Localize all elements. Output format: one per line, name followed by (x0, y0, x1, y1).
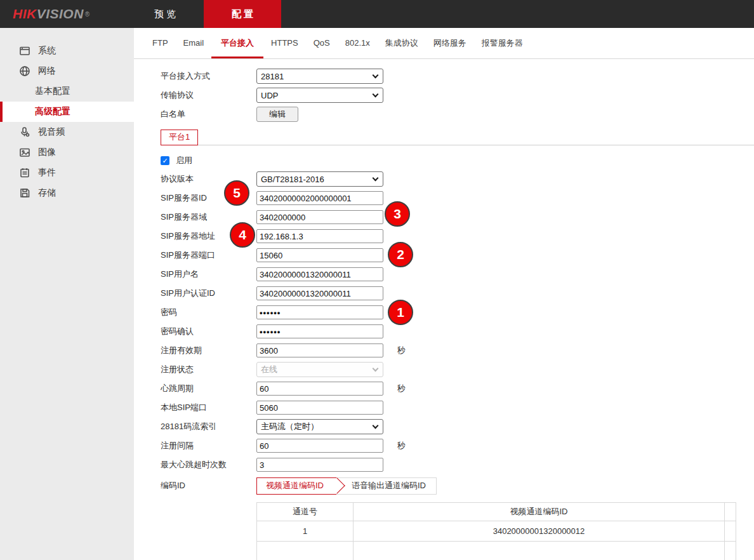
stream-index-label: 28181码流索引 (161, 421, 256, 432)
logo-hik: HIK (13, 6, 37, 22)
tab-audio-output-channel-encoding-id[interactable]: 语音输出通道编码ID (341, 478, 436, 494)
chevron-down-icon (373, 366, 379, 372)
stream-index-value: 主码流（定时） (261, 421, 319, 432)
seconds-unit: 秒 (397, 345, 406, 356)
max-heartbeat-timeout-label: 最大心跳超时次数 (161, 459, 256, 470)
sip-username-input[interactable] (256, 267, 383, 281)
sidebar-item-label: 高级配置 (35, 106, 70, 117)
tab-video-channel-encoding-id[interactable]: 视频通道编码ID (256, 477, 336, 495)
tab-network-service[interactable]: 网络服务 (426, 28, 474, 58)
empty-cell (725, 542, 736, 560)
protocol-version-select[interactable]: GB/T28181-2016 (256, 171, 383, 187)
sidebar-item-network[interactable]: 网络 (0, 61, 134, 81)
chevron-down-icon (373, 423, 379, 429)
video-encoding-id-cell (354, 542, 725, 560)
image-icon (19, 147, 30, 158)
sidebar-item-event[interactable]: 事件 (0, 163, 134, 183)
tab-label: 语音输出通道编码ID (352, 480, 426, 491)
platform-access-form: 平台接入方式 28181 传输协议 UDP 白名单 编辑 (134, 59, 754, 560)
video-encoding-id-cell: 34020000001320000012 (354, 521, 725, 542)
tab-integration-protocol[interactable]: 集成协议 (378, 28, 426, 58)
sidebar-item-advanced-config[interactable]: 高级配置 (0, 102, 134, 122)
register-interval-label: 注册间隔 (161, 440, 256, 451)
tab-8021x[interactable]: 802.1x (338, 28, 378, 58)
transport-protocol-value: UDP (261, 91, 278, 100)
tab-label: 视频通道编码ID (266, 480, 324, 491)
settings-tabbar: FTP Email 平台接入 HTTPS QoS 802.1x 集成协议 网络服… (134, 28, 754, 59)
register-interval-input[interactable] (256, 439, 383, 453)
sip-server-id-input[interactable] (256, 191, 383, 205)
annotation-badge-5: 5 (224, 180, 249, 206)
event-clipboard-icon (19, 167, 30, 178)
tab-ftp[interactable]: FTP (145, 28, 176, 58)
video-encoding-id-header: 视频通道编码ID (354, 503, 725, 521)
heartbeat-interval-input[interactable] (256, 382, 383, 396)
tab-alarm-server[interactable]: 报警服务器 (474, 28, 531, 58)
storage-floppy-icon (19, 187, 30, 199)
table-row (257, 542, 736, 560)
password-label: 密码 (161, 307, 256, 318)
local-sip-port-label: 本地SIP端口 (161, 402, 256, 413)
tab-platform-access[interactable]: 平台接入 (211, 28, 263, 58)
top-header: HIKVISION® 预 览 配 置 (0, 0, 754, 28)
system-window-icon (19, 45, 30, 57)
register-validity-input[interactable] (256, 343, 383, 357)
sip-server-domain-input[interactable] (256, 210, 383, 224)
register-status-select: 在线 (256, 362, 383, 377)
sip-server-port-label: SIP服务器端口 (161, 250, 256, 261)
channel-table-wrap: 通道号 视频通道编码ID 1 34020000001320000012 (256, 502, 754, 560)
section-divider (161, 145, 754, 145)
access-type-value: 28181 (261, 72, 284, 81)
transport-protocol-select[interactable]: UDP (256, 88, 383, 103)
tab-https[interactable]: HTTPS (263, 28, 306, 58)
tab-qos[interactable]: QoS (306, 28, 338, 58)
enable-checkbox[interactable]: ✓ (161, 156, 169, 165)
empty-header (725, 503, 736, 521)
sidebar-item-label: 视音频 (38, 126, 65, 138)
sidebar-item-label: 图像 (38, 147, 56, 158)
sip-server-port-input[interactable] (256, 248, 383, 262)
sidebar-item-label: 网络 (38, 65, 56, 77)
sip-auth-id-input[interactable] (256, 286, 383, 300)
stream-index-select[interactable]: 主码流（定时） (256, 419, 383, 434)
local-sip-port-input[interactable] (256, 401, 383, 415)
sip-server-address-input[interactable] (256, 229, 383, 243)
password-confirm-label: 密码确认 (161, 326, 256, 337)
annotation-badge-4: 4 (230, 222, 255, 248)
sidebar-item-label: 系统 (38, 45, 56, 57)
chevron-down-icon (373, 175, 379, 182)
hikvision-logo: HIKVISION® (0, 0, 126, 28)
transport-protocol-label: 传输协议 (161, 90, 256, 101)
whitelist-edit-button[interactable]: 编辑 (256, 107, 298, 122)
sidebar-item-label: 事件 (38, 167, 56, 178)
annotation-badge-1: 1 (388, 300, 413, 325)
sidebar-item-audio-video[interactable]: 视音频 (0, 122, 134, 142)
nav-preview[interactable]: 预 览 (126, 0, 204, 28)
top-nav: 预 览 配 置 (126, 0, 281, 28)
sidebar-item-image[interactable]: 图像 (0, 142, 134, 163)
tab-email[interactable]: Email (176, 28, 212, 58)
channel-no-cell: 1 (257, 521, 354, 542)
page: HIKVISION® 预 览 配 置 系统 网络 基本配置 (0, 0, 754, 560)
tab-platform-1[interactable]: 平台1 (161, 130, 198, 145)
max-heartbeat-timeout-input[interactable] (256, 458, 383, 472)
nav-configuration[interactable]: 配 置 (204, 0, 281, 28)
table-row: 1 34020000001320000012 (257, 521, 736, 542)
protocol-version-value: GB/T28181-2016 (261, 175, 324, 184)
sidebar-item-storage[interactable]: 存储 (0, 183, 134, 203)
register-status-value: 在线 (261, 364, 277, 375)
sidebar-item-label: 存储 (38, 187, 56, 199)
channel-no-header: 通道号 (257, 503, 354, 521)
password-confirm-input[interactable] (256, 324, 383, 338)
logo-vision: VISION (37, 6, 84, 22)
sidebar-item-basic-config[interactable]: 基本配置 (0, 81, 134, 102)
password-input[interactable] (256, 305, 383, 319)
sidebar-item-system[interactable]: 系统 (0, 41, 134, 61)
seconds-unit: 秒 (397, 440, 406, 451)
main-content: FTP Email 平台接入 HTTPS QoS 802.1x 集成协议 网络服… (134, 28, 754, 560)
access-type-select[interactable]: 28181 (256, 69, 383, 84)
enable-label: 启用 (176, 155, 192, 166)
channel-encoding-table: 通道号 视频通道编码ID 1 34020000001320000012 (256, 502, 736, 560)
channel-no-cell (257, 542, 354, 560)
register-status-label: 注册状态 (161, 364, 256, 375)
